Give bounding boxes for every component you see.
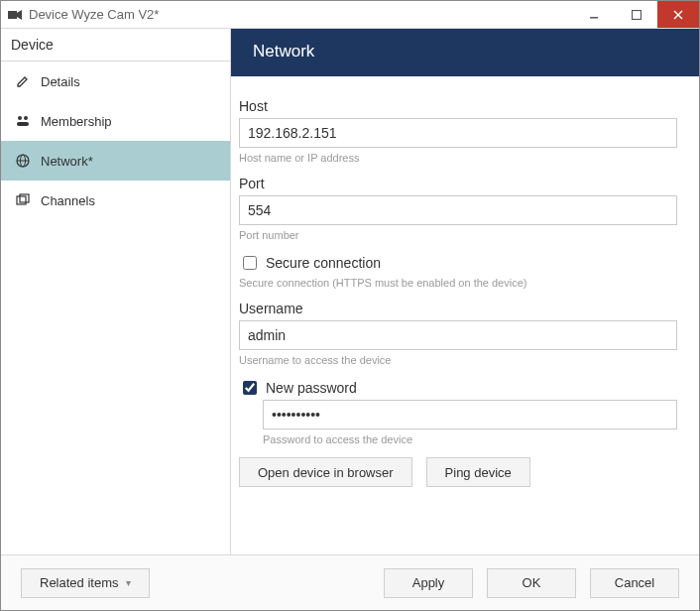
svg-point-7 (24, 116, 28, 120)
new-password-row: New password (239, 378, 677, 398)
new-password-label: New password (266, 380, 357, 396)
svg-rect-13 (20, 194, 29, 202)
sidebar-item-channels[interactable]: Channels (1, 181, 230, 220)
ok-button[interactable]: OK (487, 568, 576, 598)
cancel-button[interactable]: Cancel (590, 568, 679, 598)
sidebar: Device Details Membership Network* (1, 29, 231, 554)
device-window: Device Wyze Cam V2* Device Details (0, 0, 700, 611)
sidebar-item-details[interactable]: Details (1, 61, 230, 101)
open-in-browser-button[interactable]: Open device in browser (239, 457, 412, 487)
globe-icon (15, 154, 31, 168)
svg-rect-8 (17, 122, 29, 126)
svg-rect-12 (17, 196, 26, 204)
body: Device Details Membership Network* (1, 29, 699, 554)
sidebar-item-label: Channels (41, 193, 95, 208)
related-items-dropdown[interactable]: Related items ▾ (21, 568, 150, 598)
svg-rect-0 (8, 11, 17, 19)
sidebar-item-membership[interactable]: Membership (1, 101, 230, 141)
port-input[interactable] (239, 195, 677, 225)
secure-connection-row: Secure connection (239, 253, 677, 273)
new-password-checkbox[interactable] (243, 381, 257, 395)
network-form: Host Host name or IP address Port Port n… (231, 76, 699, 499)
window-title: Device Wyze Cam V2* (29, 7, 159, 22)
maximize-button[interactable] (616, 1, 657, 28)
secure-connection-checkbox[interactable] (243, 256, 257, 270)
svg-marker-1 (17, 10, 22, 20)
membership-icon (15, 114, 31, 128)
host-input[interactable] (239, 118, 677, 148)
apply-button[interactable]: Apply (384, 568, 473, 598)
close-button[interactable] (657, 1, 699, 28)
sidebar-item-label: Membership (41, 114, 112, 129)
port-hint: Port number (239, 229, 677, 241)
related-items-label: Related items (40, 575, 118, 590)
secure-connection-hint: Secure connection (HTTPS must be enabled… (239, 277, 677, 289)
ping-device-button[interactable]: Ping device (426, 457, 530, 487)
sidebar-item-label: Network* (41, 154, 93, 169)
main-header: Network (231, 29, 699, 76)
svg-rect-2 (590, 17, 598, 19)
titlebar: Device Wyze Cam V2* (1, 1, 699, 29)
action-button-row: Open device in browser Ping device (239, 457, 677, 487)
svg-rect-3 (633, 10, 642, 19)
pencil-icon (15, 74, 31, 88)
host-hint: Host name or IP address (239, 152, 677, 164)
sidebar-item-network[interactable]: Network* (1, 141, 230, 181)
sidebar-header: Device (1, 29, 230, 61)
port-label: Port (239, 176, 677, 191)
channels-icon (15, 193, 31, 207)
username-hint: Username to access the device (239, 354, 677, 366)
host-label: Host (239, 98, 677, 114)
minimize-button[interactable] (574, 1, 616, 28)
username-label: Username (239, 301, 677, 316)
footer: Related items ▾ Apply OK Cancel (1, 554, 699, 610)
new-password-input[interactable] (263, 400, 677, 429)
camera-icon (5, 10, 25, 20)
new-password-hint: Password to access the device (263, 433, 677, 445)
secure-connection-label: Secure connection (266, 255, 381, 271)
svg-point-6 (18, 116, 22, 120)
sidebar-item-label: Details (41, 74, 80, 89)
chevron-down-icon: ▾ (126, 577, 131, 588)
username-input[interactable] (239, 320, 677, 350)
main: Network Host Host name or IP address Por… (231, 29, 699, 554)
